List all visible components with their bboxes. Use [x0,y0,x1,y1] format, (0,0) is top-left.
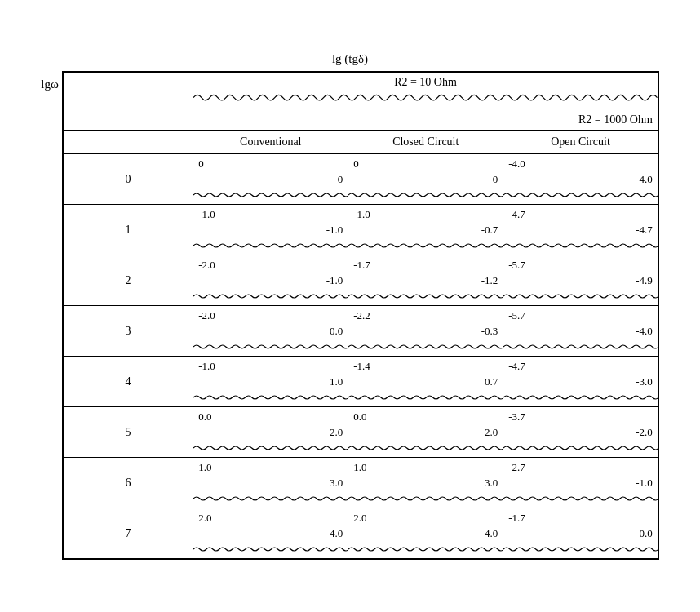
cell-bottom-right-r0-c0: 0 [338,173,343,186]
wavy-svg-r3-c2 [503,338,658,356]
cell-top-left-r5-c1: 0.0 [353,410,366,424]
cell-top-left-r7-c1: 2.0 [353,512,366,525]
data-cell-r5-c0: 0.02.0 [193,407,348,458]
cell-top-left-r7-c2: -1.7 [508,512,525,525]
cell-wavy-r0-c0 [193,186,348,204]
cell-top-left-r4-c2: -4.7 [508,360,525,373]
cell-wavy-r1-c2 [503,237,658,255]
data-cell-r6-c1: 1.03.0 [348,458,503,508]
wavy-svg-r5-c2 [503,439,658,457]
wavy-svg-r4-c0 [193,388,348,406]
wavy-svg-r3-c1 [348,338,503,356]
col-header-closed: Closed Circuit [348,131,503,154]
cell-bottom-right-r3-c2: -4.0 [636,325,653,338]
table-row: 2-2.0-1.0 -1.7-1.2 -5.7-4.9 [63,255,658,306]
cell-top-left-r0-c2: -4.0 [508,157,525,171]
cell-top-left-r2-c2: -5.7 [508,259,525,272]
wavy-svg-r7-c2 [503,540,658,558]
wavy-svg-r1-c2 [503,237,658,255]
cell-wavy-r6-c2 [503,490,658,508]
data-cell-r1-c0: -1.0-1.0 [193,205,348,255]
cell-wavy-r4-c2 [503,388,658,406]
data-cell-r7-c1: 2.04.0 [348,508,503,559]
r2-header-row: R2 = 10 Ohm R2 = 1000 Ohm [63,72,658,131]
cell-wavy-r5-c2 [503,439,658,457]
x-axis-label: lg (tgδ) [332,52,368,66]
data-cell-r3-c0: -2.00.0 [193,306,348,357]
table-row: 4-1.01.0 -1.40.7 -4.7-3.0 [63,357,658,407]
cell-wavy-r2-c1 [348,287,503,305]
data-cell-r3-c2: -5.7-4.0 [503,306,658,357]
wavy-svg-r2-c1 [348,287,503,305]
col-header-row: Conventional Closed Circuit Open Circuit [63,131,658,154]
cell-top-left-r0-c0: 0 [198,157,204,171]
cell-bottom-right-r2-c2: -4.9 [636,274,653,287]
corner-cell [63,72,193,131]
col-label-conventional: Conventional [240,135,301,148]
table-row: 3-2.00.0 -2.2-0.3 -5.7-4.0 [63,306,658,357]
cell-bottom-right-r5-c2: -2.0 [636,426,653,439]
data-cell-r5-c2: -3.7-2.0 [503,407,658,458]
cell-top-left-r7-c0: 2.0 [198,512,211,525]
wavy-svg-r0-c2 [503,186,658,204]
cell-wavy-r5-c0 [193,439,348,457]
y-axis-label: lgω [41,71,62,560]
wavy-svg-r1-c1 [348,237,503,255]
data-cell-r3-c1: -2.2-0.3 [348,306,503,357]
table-row: 72.04.0 2.04.0 -1.70.0 [63,508,658,559]
cell-bottom-right-r2-c1: -1.2 [481,274,498,287]
cell-bottom-right-r5-c0: 2.0 [330,426,343,439]
data-cell-r0-c1: 00 [348,154,503,205]
cell-wavy-r4-c1 [348,388,503,406]
cell-wavy-r6-c0 [193,490,348,508]
cell-bottom-right-r3-c1: -0.3 [481,325,498,338]
wavy-svg-r1-c0 [193,237,348,255]
col-header-conventional: Conventional [193,131,348,154]
wavy-svg-r6-c0 [193,490,348,508]
data-cell-r6-c0: 1.03.0 [193,458,348,508]
wavy-svg-r4-c2 [503,388,658,406]
wavy-svg-r2-c2 [503,287,658,305]
cell-bottom-right-r1-c1: -0.7 [481,224,498,237]
cell-wavy-r0-c2 [503,186,658,204]
cell-bottom-right-r4-c2: -3.0 [636,375,653,388]
wavy-svg-r0-c1 [348,186,503,204]
data-cell-r4-c0: -1.01.0 [193,357,348,407]
data-cell-r1-c2: -4.7-4.7 [503,205,658,255]
wavy-svg-r2-c0 [193,287,348,305]
cell-wavy-r6-c1 [348,490,503,508]
cell-wavy-r3-c0 [193,338,348,356]
cell-top-left-r3-c0: -2.0 [198,309,215,322]
table-row: 000 00 -4.0-4.0 [63,154,658,205]
cell-bottom-right-r2-c0: -1.0 [326,274,343,287]
cell-top-left-r6-c1: 1.0 [353,461,366,474]
cell-top-left-r6-c0: 1.0 [198,461,211,474]
cell-bottom-right-r0-c2: -4.0 [636,173,653,186]
cell-wavy-r3-c1 [348,338,503,356]
data-table: R2 = 10 Ohm R2 = 1000 Ohm C [62,71,659,560]
wavy-svg-r5-c0 [193,439,348,457]
wavy-svg-r6-c1 [348,490,503,508]
cell-top-left-r5-c0: 0.0 [198,410,211,424]
wavy-svg-r7-c1 [348,540,503,558]
row-header-1: 1 [63,205,193,255]
data-cell-r7-c0: 2.04.0 [193,508,348,559]
cell-top-left-r2-c0: -2.0 [198,259,215,272]
r2-high-label: R2 = 1000 Ohm [193,112,658,130]
data-cell-r6-c2: -2.7-1.0 [503,458,658,508]
data-cell-r0-c2: -4.0-4.0 [503,154,658,205]
row-header-7: 7 [63,508,193,559]
cell-bottom-right-r7-c2: 0.0 [640,527,653,540]
data-cell-r2-c2: -5.7-4.9 [503,255,658,306]
data-cell-r0-c0: 00 [193,154,348,205]
cell-top-left-r1-c0: -1.0 [198,208,215,221]
data-cell-r2-c1: -1.7-1.2 [348,255,503,306]
cell-top-left-r3-c1: -2.2 [353,309,370,322]
wavy-svg-r5-c1 [348,439,503,457]
table-row: 50.02.0 0.02.0 -3.7-2.0 [63,407,658,458]
row-header-4: 4 [63,357,193,407]
data-cell-r2-c0: -2.0-1.0 [193,255,348,306]
cell-bottom-right-r7-c1: 4.0 [485,527,498,540]
data-cell-r7-c2: -1.70.0 [503,508,658,559]
cell-wavy-r7-c2 [503,540,658,558]
